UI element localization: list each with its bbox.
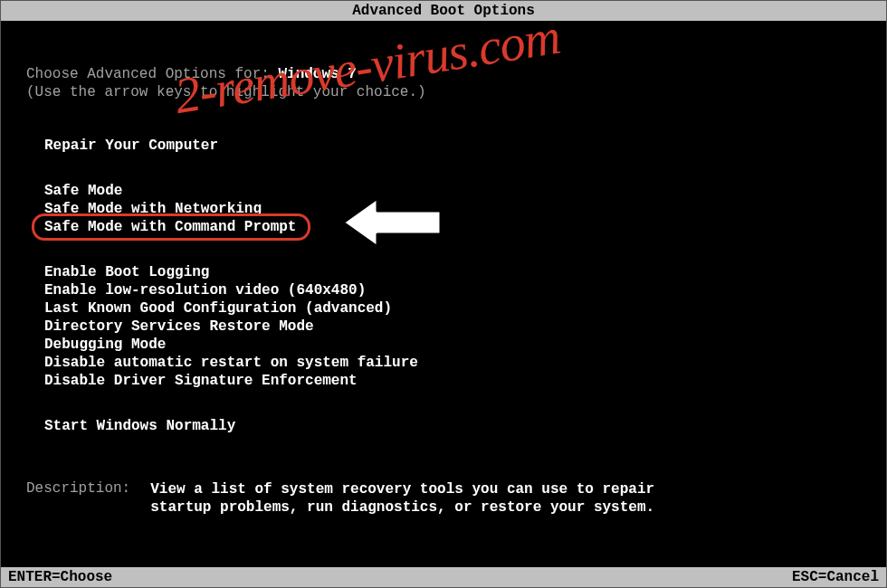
menu-directory-services[interactable]: Directory Services Restore Mode: [44, 318, 886, 336]
menu-safe-mode[interactable]: Safe Mode: [44, 182, 886, 200]
menu-safe-mode-cmd[interactable]: Safe Mode with Command Prompt: [44, 219, 296, 235]
safe-mode-section: Safe Mode Safe Mode with Networking Safe…: [1, 182, 886, 236]
menu-repair[interactable]: Repair Your Computer: [44, 137, 886, 155]
footer-esc: ESC=Cancel: [792, 569, 879, 585]
menu-last-known[interactable]: Last Known Good Configuration (advanced): [44, 299, 886, 318]
menu-safe-mode-cmd-highlighted[interactable]: Safe Mode with Command Prompt: [44, 218, 296, 236]
menu-safe-mode-networking[interactable]: Safe Mode with Networking: [44, 200, 886, 218]
os-name: Windows 7: [278, 66, 356, 82]
normal-section: Start Windows Normally: [1, 417, 886, 435]
menu-low-res[interactable]: Enable low-resolution video (640x480): [44, 281, 886, 299]
description-text: View a list of system recovery tools you…: [150, 480, 657, 517]
footer-enter: ENTER=Choose: [8, 569, 112, 585]
menu-boot-logging[interactable]: Enable Boot Logging: [44, 263, 886, 281]
prompt-hint: (Use the arrow keys to highlight your ch…: [1, 84, 886, 100]
options-section: Enable Boot Logging Enable low-resolutio…: [1, 263, 886, 390]
footer-bar: ENTER=Choose ESC=Cancel: [1, 567, 886, 587]
prompt-line: Choose Advanced Options for: Windows 7: [1, 66, 886, 82]
description-label: Description:: [26, 480, 130, 517]
menu-start-normally[interactable]: Start Windows Normally: [44, 417, 886, 435]
repair-section: Repair Your Computer: [1, 137, 886, 155]
title-bar: Advanced Boot Options: [1, 1, 886, 21]
menu-disable-sig[interactable]: Disable Driver Signature Enforcement: [44, 372, 886, 390]
boot-menu-content: Choose Advanced Options for: Windows 7 (…: [1, 66, 886, 517]
description-block: Description: View a list of system recov…: [1, 480, 886, 517]
window-title: Advanced Boot Options: [352, 3, 535, 19]
prompt-prefix: Choose Advanced Options for:: [26, 66, 278, 82]
menu-disable-restart[interactable]: Disable automatic restart on system fail…: [44, 354, 886, 372]
menu-debugging[interactable]: Debugging Mode: [44, 336, 886, 354]
